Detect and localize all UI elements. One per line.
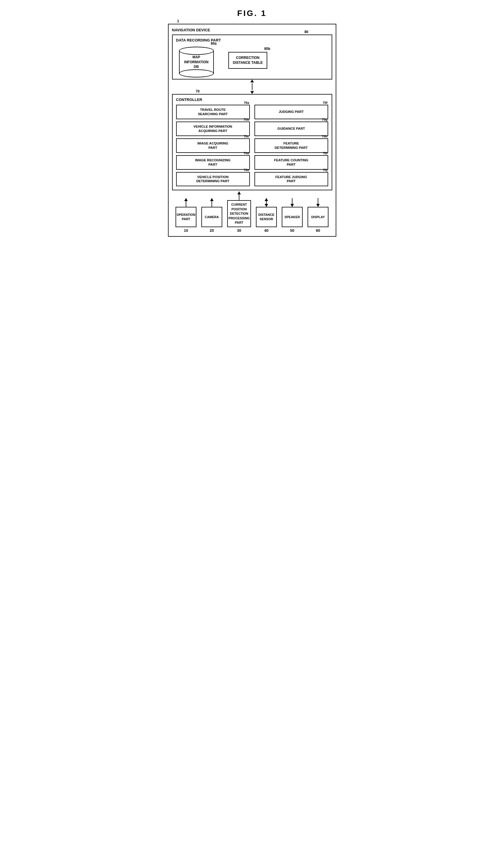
ref-40: 40 [264, 228, 268, 233]
ref-10: 10 [184, 228, 188, 233]
ref-50: 50 [290, 228, 294, 233]
arrow-shaft [252, 83, 253, 90]
ref-70j: 70j [323, 168, 327, 172]
ref-20: 20 [210, 228, 214, 233]
ref-70g: 70g [322, 118, 328, 122]
operation-part-box: OPERATIONPART [176, 207, 196, 227]
ref-70b: 70b [244, 118, 249, 122]
camera-box: CAMERA [201, 207, 222, 227]
data-recording-label: DATA RECORDING PART [176, 38, 328, 42]
map-db-label: MAPINFORMATIONDB [184, 55, 209, 69]
figure-title: FIG. 1 [168, 9, 336, 18]
operation-part-item: OPERATIONPART 10 [176, 198, 196, 233]
display-item: DISPLAY 60 [308, 198, 328, 233]
ref-70d: 70d [244, 151, 249, 155]
correction-table-container: 80b CORRECTIONDISTANCE TABLE [228, 52, 268, 69]
data-recording-part-box: 80 DATA RECORDING PART 80a MAPINFORMATIO… [172, 35, 332, 80]
ref-70c: 70c [244, 134, 249, 138]
arrow-to-display [318, 198, 318, 207]
arrow-head-up [250, 80, 254, 82]
arrow-to-current-position [239, 191, 240, 200]
image-acquiring-part: 70c IMAGE ACQUIRINGPART [176, 138, 250, 153]
data-recording-contents: 80a MAPINFORMATIONDB 80b CORRECTIONDISTA… [176, 45, 328, 76]
ref-70h: 70h [322, 134, 328, 138]
navigation-device-box: 1 NAVIGATION DEVICE 80 DATA RECORDING PA… [168, 24, 336, 237]
arrow-to-distance-sensor [266, 198, 267, 207]
ref-60: 60 [316, 228, 320, 233]
ref-30: 30 [237, 228, 241, 233]
distance-sensor-box: DISTANCESENSOR [256, 207, 277, 227]
vehicle-position-determining-part: 70e VEHICLE POSITIONDETERMINING PART [176, 172, 250, 187]
camera-item: CAMERA 20 [201, 198, 222, 233]
double-arrow [250, 80, 254, 94]
arrow-head-down [250, 91, 254, 94]
ref-1: 1 [177, 19, 179, 23]
display-box: DISPLAY [308, 207, 328, 227]
feature-determining-part: 70h FEATUREDETERMINING PART [255, 138, 328, 153]
map-db-cylinder: MAPINFORMATIONDB [179, 47, 214, 74]
map-db-container: 80a MAPINFORMATIONDB [179, 47, 214, 74]
guidance-part: 70g GUIDANCE PART [255, 122, 328, 136]
travel-route-searching-part: 70a TRAVEL ROUTESEARCHING PART [176, 105, 250, 119]
ref-70: 70 [196, 90, 200, 93]
current-position-item: CURRENTPOSITIONDETECTIONPROCESSINGPART 3… [227, 191, 251, 233]
correction-distance-table-box: CORRECTIONDISTANCE TABLE [228, 52, 268, 69]
arrow-to-camera [212, 198, 212, 207]
speaker-box: SPEAKER [282, 207, 303, 227]
image-recognizing-part: 70d IMAGE RECOGNIZINGPART [176, 155, 250, 170]
arrow-to-operation-part [186, 198, 186, 207]
ref-80b: 80b [264, 47, 270, 51]
feature-judging-part: 70j FEATURE JUDGINGPART [255, 172, 328, 187]
ref-70f: 70f [323, 101, 328, 105]
feature-counting-part: 70i FEATURE COUNTINGPART [255, 155, 328, 170]
current-position-detection-box: CURRENTPOSITIONDETECTIONPROCESSINGPART [227, 200, 251, 227]
ref-70a: 70a [244, 101, 249, 105]
cylinder-bottom-ellipse [179, 69, 214, 78]
cylinder-top [179, 47, 214, 55]
judging-part: 70f JUDGING PART [255, 105, 328, 119]
ref-80a: 80a [210, 41, 216, 45]
ref-70e: 70e [244, 168, 249, 172]
distance-sensor-item: DISTANCESENSOR 40 [256, 198, 277, 233]
controller-label: CONTROLLER [176, 97, 328, 102]
controller-box: 70 CONTROLLER 70a TRAVEL ROUTESEARCHING … [172, 94, 332, 190]
ref-70i: 70i [323, 151, 327, 155]
speaker-item: SPEAKER 50 [282, 198, 303, 233]
vehicle-information-acquiring-part: 70b VEHICLE INFORMATIONACQUIRING PART [176, 122, 250, 136]
arrow-to-speaker [292, 198, 292, 207]
external-components-section: OPERATIONPART 10 CAMERA 20 CURRENTPOSITI… [172, 191, 332, 233]
ref-80: 80 [304, 30, 308, 34]
controller-grid: 70a TRAVEL ROUTESEARCHING PART 70f JUDGI… [176, 105, 328, 186]
